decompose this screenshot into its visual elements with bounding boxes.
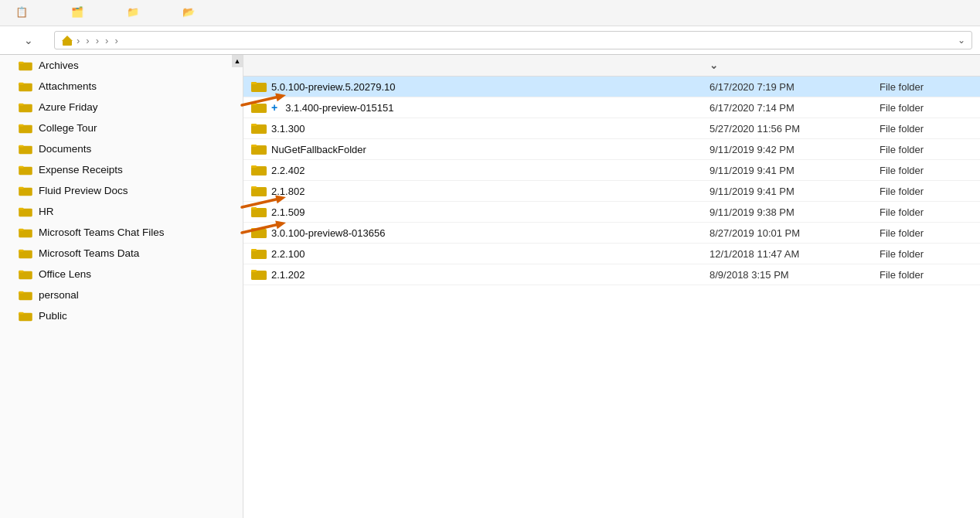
svg-marker-1: [62, 36, 73, 41]
folder-icon: [251, 164, 267, 176]
sidebar-label: Microsoft Teams Chat Files: [39, 227, 165, 238]
svg-rect-60: [251, 270, 257, 272]
sidebar-label: Expense Receipts: [39, 164, 123, 176]
svg-rect-10: [19, 103, 23, 105]
address-bar: ⌄ › › › › › ⌄: [0, 26, 980, 55]
svg-rect-28: [19, 228, 23, 230]
table-row[interactable]: 5.0.100-preview.5.20279.10 6/17/2020 7:1…: [243, 77, 980, 97]
file-name-cell: + 3.1.400-preview-015151: [251, 101, 709, 114]
folder-icon: [19, 269, 32, 280]
table-row[interactable]: 2.1.802 9/11/2019 9:41 PM File folder: [243, 181, 980, 202]
table-row[interactable]: NuGetFallbackFolder 9/11/2019 9:42 PM Fi…: [243, 139, 980, 160]
sidebar-label: Public: [39, 310, 67, 322]
sidebar-item-microsoft-teams-data[interactable]: Microsoft Teams Data: [0, 243, 243, 264]
file-name: 5.0.100-preview.5.20279.10: [271, 81, 395, 93]
sidebar-label: Documents: [39, 143, 91, 155]
sidebar-item-azure-friday[interactable]: Azure Friday: [0, 97, 243, 118]
folder-icon: [19, 144, 32, 155]
folder-icon: [19, 227, 32, 238]
sidebar-item-college-tour[interactable]: College Tour: [0, 118, 243, 138]
sidebar-item-personal[interactable]: personal: [0, 285, 243, 305]
svg-rect-46: [251, 124, 257, 126]
svg-rect-48: [251, 145, 257, 147]
file-date: 6/17/2020 7:14 PM: [709, 102, 880, 114]
sidebar-item-attachments[interactable]: Attachments: [0, 76, 243, 97]
toolbar-open-group: 📂: [176, 3, 201, 22]
sidebar-item-fluid-preview-docs[interactable]: Fluid Preview Docs: [0, 180, 243, 201]
path-dropdown-icon[interactable]: ⌄: [958, 35, 965, 46]
folder-icon: [251, 206, 267, 218]
svg-rect-0: [63, 40, 72, 46]
sidebar-label: Azure Friday: [39, 101, 98, 113]
file-type: File folder: [880, 206, 972, 218]
sidebar-item-archives[interactable]: Archives: [0, 55, 243, 76]
svg-rect-58: [251, 249, 257, 251]
file-date: 5/27/2020 11:56 PM: [709, 123, 880, 135]
sidebar-label: Office Lens: [39, 268, 91, 280]
file-name: 3.1.400-preview-015151: [285, 102, 393, 114]
table-row[interactable]: 3.1.300 5/27/2020 11:56 PM File folder: [243, 118, 980, 139]
file-name-cell: 3.1.300: [251, 122, 709, 135]
sidebar-item-expense-receipts[interactable]: Expense Receipts: [0, 159, 243, 180]
sidebar-item-documents[interactable]: Documents: [0, 138, 243, 159]
nav-back-button[interactable]: [8, 39, 15, 42]
home-icon: [61, 34, 73, 46]
column-header-name[interactable]: [251, 60, 709, 71]
file-name: 3.1.300: [271, 123, 305, 135]
toolbar-new-group: 📁: [121, 3, 145, 22]
table-row[interactable]: 2.1.202 8/9/2018 3:15 PM File folder: [243, 264, 980, 285]
file-name-cell: 2.1.509: [251, 206, 709, 218]
sidebar-item-office-lens[interactable]: Office Lens: [0, 264, 243, 285]
file-type: File folder: [880, 81, 972, 93]
file-type: File folder: [880, 165, 972, 176]
svg-rect-31: [19, 249, 23, 251]
file-rows-container: 5.0.100-preview.5.20279.10 6/17/2020 7:1…: [243, 77, 980, 285]
file-type: File folder: [880, 248, 972, 260]
table-row[interactable]: 2.2.402 9/11/2019 9:41 PM File folder: [243, 160, 980, 181]
file-type: File folder: [880, 227, 972, 239]
svg-rect-56: [251, 228, 257, 230]
folder-icon: [251, 247, 267, 260]
svg-rect-34: [19, 270, 23, 272]
file-name: 2.1.509: [271, 206, 305, 218]
file-name-cell: 2.1.802: [251, 185, 709, 197]
folder-icon: [19, 290, 32, 301]
svg-rect-52: [251, 186, 257, 189]
toolbar: 📋 🗂️ 📁 📂: [0, 0, 980, 26]
folder-icon: [19, 123, 32, 134]
table-row[interactable]: + 3.1.400-preview-015151 6/17/2020 7:14 …: [243, 97, 980, 118]
nav-up-button[interactable]: [42, 39, 49, 42]
sidebar-item-public[interactable]: Public: [0, 305, 243, 326]
column-header-date[interactable]: ⌄: [709, 60, 880, 71]
new-btn[interactable]: 📁: [121, 3, 145, 21]
file-date: 9/11/2019 9:38 PM: [709, 206, 880, 218]
file-name-cell: 3.0.100-preview8-013656: [251, 227, 709, 239]
nav-down-button[interactable]: ⌄: [20, 32, 37, 48]
open-btn[interactable]: 📂: [176, 3, 201, 21]
organize-btn[interactable]: 🗂️: [65, 3, 90, 21]
folder-icon: [19, 60, 32, 71]
file-date: 9/11/2019 9:41 PM: [709, 186, 880, 197]
table-row[interactable]: 3.0.100-preview8-013656 8/27/2019 10:01 …: [243, 223, 980, 244]
sidebar-label: HR: [39, 206, 54, 217]
sidebar-scroll-up[interactable]: ▲: [232, 55, 243, 67]
file-name-cell: 2.2.402: [251, 164, 709, 176]
svg-rect-40: [19, 312, 23, 314]
folder-icon: [251, 185, 267, 197]
file-date: 6/17/2020 7:19 PM: [709, 81, 880, 93]
file-name-cell: 2.2.100: [251, 247, 709, 260]
svg-rect-13: [19, 124, 23, 126]
sidebar-item-microsoft-teams-chat-files[interactable]: Microsoft Teams Chat Files: [0, 222, 243, 243]
folder-icon: [251, 101, 267, 114]
folder-icon: [251, 80, 267, 93]
sidebar-label: personal: [39, 289, 79, 301]
svg-rect-44: [251, 103, 257, 105]
table-row[interactable]: 2.1.509 9/11/2019 9:38 PM File folder: [243, 202, 980, 223]
sidebar-item-hr[interactable]: HR: [0, 201, 243, 222]
table-row[interactable]: 2.2.100 12/1/2018 11:47 AM File folder: [243, 244, 980, 264]
clipboard-btn[interactable]: 📋: [9, 3, 34, 21]
folder-icon: [251, 143, 267, 155]
address-path[interactable]: › › › › › ⌄: [54, 31, 972, 49]
file-type: File folder: [880, 144, 972, 155]
folder-icon: [19, 186, 32, 196]
